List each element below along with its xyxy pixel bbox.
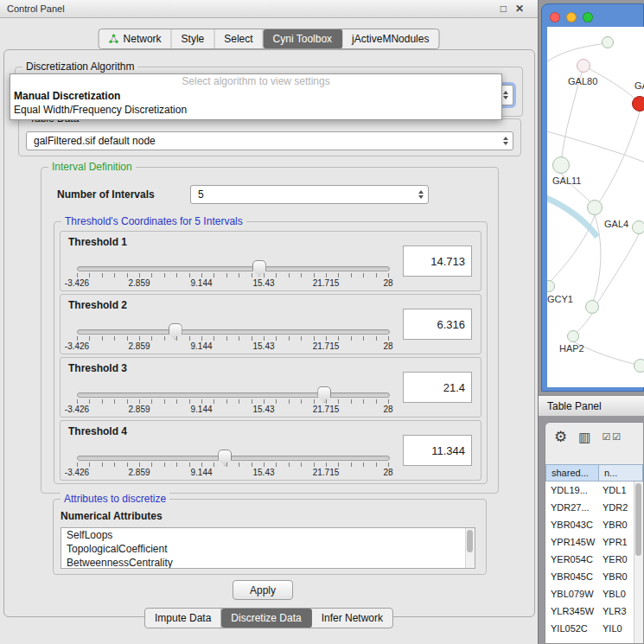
table-panel-header: Table Panel — [539, 395, 644, 417]
stepper-icon — [503, 137, 508, 145]
apply-button[interactable]: Apply — [233, 580, 293, 600]
table-cell: YBR045C — [545, 571, 597, 582]
table-panel-window: ⚙ ▥ ☑☑ shared... n... YDL19...YDL1YDR27.… — [545, 422, 644, 644]
table-row[interactable]: YDL19...YDL1 — [545, 481, 634, 499]
scrollbar-thumb[interactable] — [467, 530, 473, 552]
attribute-item[interactable]: BetweennessCentrality — [61, 556, 475, 569]
select-columns-icons[interactable]: ☑☑ — [602, 431, 622, 443]
threshold-4-label: Threshold 4 — [68, 425, 127, 437]
close-traffic-light[interactable] — [550, 12, 560, 22]
table-row[interactable]: YDR27...YDR2 — [545, 499, 634, 516]
slider-track[interactable] — [77, 456, 390, 461]
scale-label: 21.715 — [313, 278, 340, 288]
network-node[interactable] — [602, 36, 614, 48]
network-canvas[interactable]: GAL80GAGAL11GAL4GCY1HAP2 — [547, 27, 644, 387]
table-header-row: shared... n... — [545, 464, 643, 481]
table-row[interactable]: YPR145WYPR1 — [545, 533, 634, 551]
threshold-2-value-field[interactable]: 6.316 — [403, 309, 472, 340]
table-cell: YPR1 — [597, 537, 634, 547]
scale-label: 2.859 — [128, 278, 150, 288]
slider-track[interactable] — [77, 329, 390, 335]
scrollbar-thumb[interactable] — [635, 483, 641, 556]
slider-ticks — [77, 273, 389, 277]
threshold-2-box: Threshold 2 -3.4262.8599.14415.4321.7152… — [60, 294, 481, 354]
table-panel-title: Table Panel — [547, 400, 602, 412]
dropdown-prompt: Select algorithm to view settings — [10, 74, 501, 89]
numerical-attributes-listbox[interactable]: SelfLoopsTopologicalCoefficientBetweenne… — [61, 527, 475, 569]
slider-track[interactable] — [77, 392, 390, 398]
table-cell: YPR145W — [545, 537, 597, 547]
tab-discretize-data[interactable]: Discretize Data — [221, 609, 311, 628]
network-node[interactable] — [587, 200, 603, 215]
close-icon[interactable]: ✕ — [515, 3, 524, 15]
scale-label: 21.715 — [313, 405, 340, 414]
network-node[interactable] — [634, 359, 644, 373]
network-node[interactable] — [567, 330, 579, 342]
tab-label: Style — [182, 33, 205, 45]
tab-label: Network — [124, 33, 162, 45]
network-node[interactable] — [632, 220, 644, 234]
numerical-attributes-list: SelfLoopsTopologicalCoefficientBetweenne… — [61, 528, 475, 569]
tab-infer-network[interactable]: Infer Network — [312, 609, 392, 628]
column-header-shared[interactable]: shared... — [545, 464, 599, 481]
scale-label: 9.144 — [190, 468, 212, 477]
scale-label: 28 — [383, 405, 392, 414]
scale-label: 15.43 — [252, 341, 274, 351]
column-header-name[interactable]: n... — [599, 464, 643, 481]
columns-icon[interactable]: ▥ — [578, 430, 590, 445]
tab-style[interactable]: Style — [172, 29, 215, 48]
window-title: Control Panel — [7, 3, 65, 14]
table-row[interactable]: YER054CYER0 — [545, 551, 634, 568]
table-row[interactable]: YBR045CYBR0 — [545, 568, 634, 585]
table-row[interactable]: YBL079WYBL0 — [545, 585, 634, 603]
threshold-3-value-field[interactable]: 21.4 — [403, 372, 472, 403]
attribute-item[interactable]: TopologicalCoefficient — [61, 542, 475, 556]
table-row[interactable]: YIL052CYIL0 — [545, 620, 634, 637]
tab-jactivemnodules[interactable]: jActiveMNodules — [342, 29, 438, 48]
gear-icon[interactable]: ⚙ — [554, 428, 567, 446]
threshold-2-label: Threshold 2 — [68, 299, 127, 311]
table-cell: YDL19... — [545, 485, 597, 495]
table-data-combobox[interactable]: galFiltered.sif default node — [26, 131, 513, 150]
scale-label: 2.859 — [128, 341, 150, 351]
tab-label: Discretize Data — [231, 612, 301, 624]
attributes-group-label: Attributes to discretize — [61, 493, 169, 505]
attribute-item[interactable]: SelfLoops — [61, 528, 475, 542]
zoom-traffic-light[interactable] — [583, 12, 593, 22]
network-node[interactable] — [577, 59, 590, 73]
interval-definition-group: Interval Definition Number of Intervals … — [41, 167, 499, 494]
threshold-1-value-field[interactable]: 14.713 — [403, 245, 472, 277]
table-cell: YIL052C — [545, 623, 597, 634]
dropdown-option-equal-width[interactable]: Equal Width/Frequency Discretization — [10, 103, 501, 117]
table-scrollbar[interactable] — [634, 481, 643, 643]
tab-impute-data[interactable]: Impute Data — [145, 609, 221, 628]
number-of-intervals-combobox[interactable]: 5 — [190, 185, 429, 204]
cyni-toolbox-panel: Discretization Algorithm Select algorith… — [3, 49, 535, 617]
attributes-group: Attributes to discretize Numerical Attri… — [53, 499, 487, 575]
tab-cyni-toolbox[interactable]: Cyni Toolbox — [264, 29, 342, 48]
table-row[interactable]: YLR345WYLR3 — [545, 603, 634, 620]
scale-label: -3.426 — [65, 341, 89, 351]
network-node[interactable] — [552, 156, 570, 174]
tab-select[interactable]: Select — [214, 29, 263, 48]
threshold-1-box: Threshold 1 -3.4262.8599.14415.4321.7152… — [60, 231, 481, 291]
scale-label: 2.859 — [128, 405, 150, 414]
table-row[interactable]: YBR043CYBR0 — [545, 516, 634, 533]
number-of-intervals-value: 5 — [198, 188, 204, 201]
selected-node[interactable] — [632, 96, 644, 112]
slider-track[interactable] — [77, 266, 390, 271]
table-cell: YIL0 — [597, 623, 634, 634]
dropdown-option-manual-discretization[interactable]: Manual Discretization — [10, 89, 501, 103]
threshold-4-value-field[interactable]: 11.344 — [403, 435, 472, 466]
float-window-icon[interactable]: □ — [501, 3, 507, 15]
scale-label: 28 — [383, 468, 392, 477]
network-node[interactable] — [585, 300, 599, 314]
list-scrollbar[interactable] — [465, 528, 475, 568]
control-panel-titlebar: Control Panel — [0, 0, 538, 18]
minimize-traffic-light[interactable] — [566, 12, 577, 22]
scale-label: -3.426 — [65, 405, 89, 414]
scale-label: 9.144 — [190, 405, 212, 414]
tab-network[interactable]: Network — [99, 29, 172, 48]
table-cell: YBL079W — [545, 589, 597, 599]
scale-label: 28 — [383, 278, 392, 288]
